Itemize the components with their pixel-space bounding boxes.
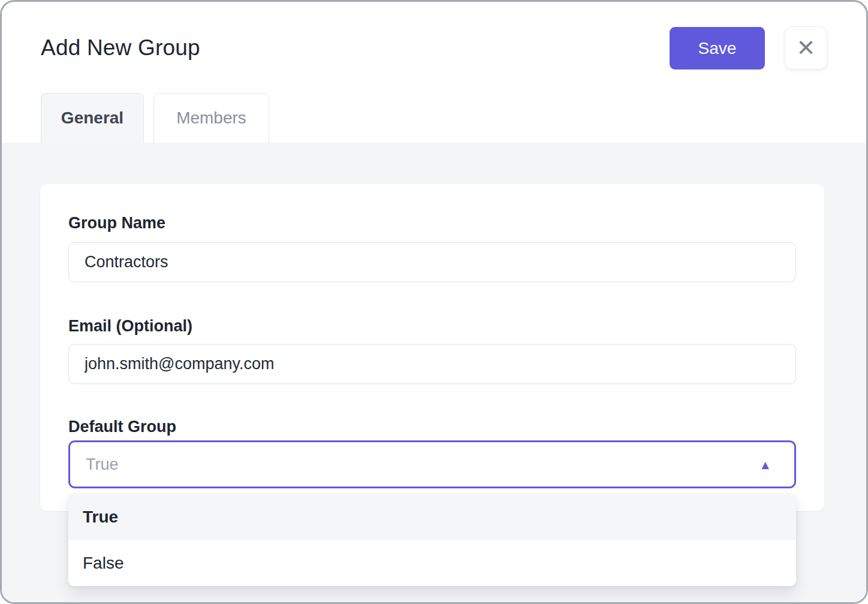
tab-members[interactable]: Members [153, 93, 269, 143]
default-group-label: Default Group [68, 418, 176, 436]
dropdown-option-false[interactable]: False [68, 540, 796, 586]
tab-content-area: Group Name Email (Optional) Default Grou… [2, 143, 866, 602]
general-form-card: Group Name Email (Optional) Default Grou… [40, 184, 824, 511]
tab-general[interactable]: General [41, 93, 144, 143]
email-input[interactable] [68, 344, 796, 384]
page-title: Add New Group [41, 35, 200, 61]
dropdown-option-true[interactable]: True [68, 494, 796, 540]
chevron-up-icon: ▲ [759, 458, 771, 471]
default-group-dropdown: True False [68, 494, 796, 586]
group-name-label: Group Name [68, 214, 165, 232]
close-button[interactable]: ✕ [785, 26, 827, 70]
email-label: Email (Optional) [68, 317, 192, 336]
group-name-input[interactable] [68, 242, 796, 282]
default-group-select-value: True [86, 455, 759, 474]
default-group-select[interactable]: True ▲ [68, 440, 796, 488]
close-icon: ✕ [797, 37, 816, 59]
save-button[interactable]: Save [670, 27, 765, 70]
add-new-group-modal: Add New Group Save ✕ General Members Gro… [0, 0, 868, 604]
